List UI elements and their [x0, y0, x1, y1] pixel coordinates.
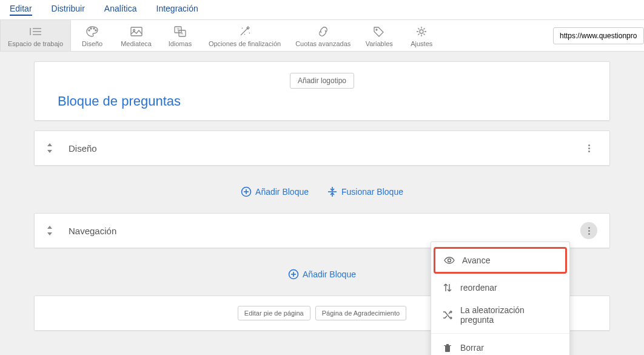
url-box: [553, 27, 644, 44]
image-icon: [130, 25, 143, 38]
drag-handle-icon[interactable]: [47, 143, 53, 153]
palette-icon: [86, 25, 99, 38]
tool-label: Mediateca: [121, 40, 152, 47]
tool-label: Opciones de finalización: [209, 40, 281, 47]
menu-borrar[interactable]: Borrar: [431, 336, 569, 355]
svg-point-14: [376, 29, 377, 30]
tool-mediateca[interactable]: Mediateca: [113, 20, 159, 51]
action-label: Añadir Bloque: [303, 269, 356, 279]
menu-label: La aleatorización pregunta: [460, 305, 558, 325]
menu-aleatorizacion[interactable]: La aleatorización pregunta: [431, 299, 569, 331]
tool-label: Variables: [366, 40, 393, 47]
tag-icon: [372, 25, 386, 38]
svg-text:A: A: [181, 32, 183, 35]
block-diseno[interactable]: Diseño: [34, 130, 610, 166]
add-block-button[interactable]: Añadir Bloque: [288, 269, 356, 280]
menu-avance[interactable]: Avance: [435, 249, 565, 272]
block-context-menu: Avance reordenar La aleatorización pregu…: [431, 242, 570, 355]
svg-text:文: 文: [176, 27, 180, 32]
top-nav: Editar Distribuir Analítica Integración: [0, 0, 644, 20]
tool-variables[interactable]: Variables: [358, 20, 400, 51]
link-icon: [317, 25, 330, 38]
language-icon: 文A: [173, 25, 187, 38]
wand-icon: [238, 25, 252, 38]
svg-point-15: [420, 30, 423, 33]
thanks-page-button[interactable]: Página de Agradecimiento: [315, 306, 406, 320]
tool-label: Cuotas avanzadas: [295, 40, 351, 47]
svg-point-9: [133, 30, 135, 32]
survey-title[interactable]: Bloque de preguntas: [49, 93, 595, 109]
eye-icon: [444, 255, 455, 266]
tool-label: Ajustes: [411, 40, 432, 47]
menu-label: Avance: [462, 255, 490, 265]
nav-distribuir[interactable]: Distribuir: [52, 4, 85, 16]
tool-idiomas[interactable]: 文A Idiomas: [159, 20, 201, 51]
merge-icon: [327, 186, 338, 197]
shuffle-icon: [442, 309, 453, 320]
tool-ajustes[interactable]: Ajustes: [400, 20, 443, 51]
nav-analitica[interactable]: Analítica: [104, 4, 137, 16]
gear-icon: [415, 25, 428, 38]
more-button[interactable]: [580, 222, 597, 239]
nav-integracion[interactable]: Integración: [156, 4, 198, 16]
menu-label: reordenar: [460, 283, 497, 292]
svg-point-25: [448, 259, 451, 262]
svg-point-5: [90, 28, 92, 29]
drag-handle-icon[interactable]: [47, 226, 53, 235]
plus-circle-icon: [288, 269, 299, 280]
toolbar: Espacio de trabajo Diseño Mediateca 文A I…: [0, 20, 644, 52]
add-logo-button[interactable]: Añadir logotipo: [290, 73, 354, 89]
block-actions: Añadir Bloque Fusionar Bloque: [34, 175, 610, 213]
menu-reordenar[interactable]: reordenar: [431, 276, 569, 299]
tool-opciones[interactable]: Opciones de finalización: [201, 20, 288, 51]
block-title: Diseño: [69, 143, 580, 154]
menu-divider: [431, 333, 569, 334]
tool-label: Espacio de trabajo: [8, 40, 63, 47]
nav-editar[interactable]: Editar: [10, 4, 32, 16]
survey-header-card: Añadir logotipo Bloque de preguntas: [34, 61, 610, 121]
tool-diseno[interactable]: Diseño: [71, 20, 113, 51]
block-title: Navegación: [69, 226, 580, 236]
add-block-button[interactable]: Añadir Bloque: [241, 186, 309, 197]
highlight-annotation: Avance: [434, 247, 567, 274]
action-label: Fusionar Bloque: [341, 187, 403, 197]
url-input[interactable]: [553, 27, 644, 44]
menu-label: Borrar: [460, 343, 484, 353]
tool-label: Idiomas: [169, 40, 192, 47]
action-label: Añadir Bloque: [255, 187, 309, 197]
tool-espacio[interactable]: Espacio de trabajo: [0, 20, 71, 51]
reorder-icon: [442, 282, 453, 293]
merge-block-button[interactable]: Fusionar Bloque: [327, 186, 403, 197]
svg-point-4: [89, 30, 90, 31]
trash-icon: [442, 342, 453, 353]
workspace-icon: [29, 25, 42, 38]
tool-cuotas[interactable]: Cuotas avanzadas: [288, 20, 358, 51]
edit-footer-button[interactable]: Editar pie de página: [238, 306, 310, 320]
more-button[interactable]: [580, 140, 597, 157]
plus-circle-icon: [241, 186, 252, 197]
tool-label: Diseño: [82, 40, 102, 47]
svg-point-6: [93, 28, 95, 29]
svg-point-7: [95, 30, 96, 31]
